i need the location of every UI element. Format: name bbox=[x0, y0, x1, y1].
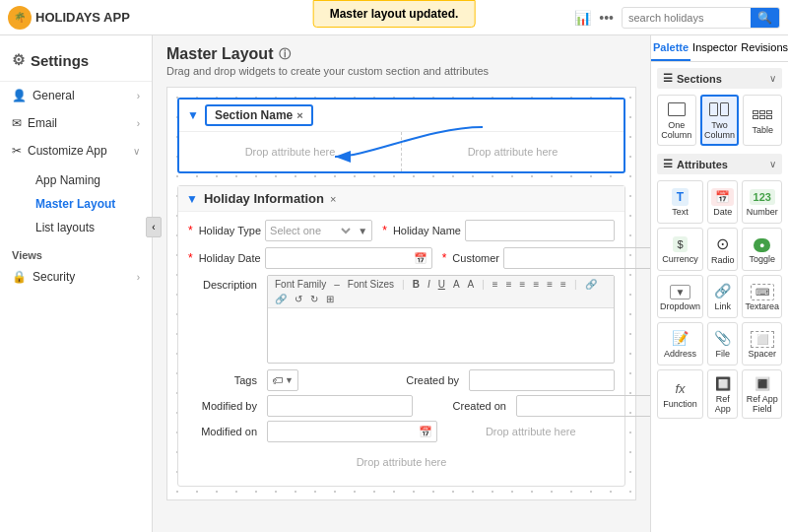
palette-table[interactable]: Table bbox=[743, 95, 782, 146]
align-left-icon[interactable]: ≡ bbox=[490, 278, 501, 291]
one-column-icon bbox=[665, 100, 689, 118]
palette-file[interactable]: 📎 File bbox=[707, 322, 738, 366]
drop-attr-bottom-right[interactable]: Drop attribute here bbox=[447, 426, 616, 437]
customize-icon: ✂ bbox=[12, 144, 22, 158]
section-col-right[interactable]: Drop attribute here bbox=[402, 132, 624, 171]
select-arrow-icon: ▼ bbox=[354, 226, 371, 236]
created-by-input[interactable] bbox=[469, 369, 615, 391]
font-size-selector[interactable]: Font Sizes bbox=[345, 278, 397, 291]
palette-spacer[interactable]: ⬜ Spacer bbox=[742, 322, 782, 366]
palette-two-column[interactable]: Two Column bbox=[700, 95, 740, 146]
section-name-text: Section Name bbox=[215, 108, 293, 122]
underline-btn[interactable]: U bbox=[435, 278, 448, 291]
palette-refapp-field[interactable]: 🔳 Ref App Field bbox=[742, 369, 782, 419]
section-toggle[interactable]: ▼ bbox=[187, 108, 199, 122]
palette-radio[interactable]: ⊙ Radio bbox=[707, 228, 738, 271]
bg-color-btn[interactable]: A bbox=[465, 278, 478, 291]
table-insert-btn[interactable]: ⊞ bbox=[323, 293, 337, 305]
sidebar-item-security[interactable]: 🔒 Security › bbox=[0, 263, 152, 291]
dropdown-icon: ▼ bbox=[670, 282, 691, 299]
sidebar-master-layout[interactable]: Master Layout bbox=[24, 192, 152, 216]
sections-palette-items: One Column Two Column bbox=[657, 95, 782, 146]
sidebar-item-general[interactable]: 👤 General › bbox=[0, 82, 152, 109]
bold-btn[interactable]: B bbox=[410, 278, 423, 291]
holiday-type-select[interactable]: Select one bbox=[266, 224, 354, 237]
justify-icon[interactable]: ≡ bbox=[530, 278, 542, 291]
palette-link[interactable]: 🔗 Link bbox=[707, 275, 738, 318]
palette-address[interactable]: 📝 Address bbox=[657, 322, 703, 366]
customer-field: * Customer 🔍 + bbox=[442, 247, 650, 269]
palette-currency[interactable]: $ Currency bbox=[657, 228, 703, 271]
palette-text[interactable]: T Text bbox=[657, 180, 703, 224]
sidebar-list-layouts-label: List layouts bbox=[35, 221, 95, 234]
list-ul-icon[interactable]: ≡ bbox=[544, 278, 556, 291]
unlink-btn[interactable]: 🔗 bbox=[272, 293, 290, 305]
sidebar-list-layouts[interactable]: List layouts bbox=[24, 216, 152, 239]
modified-on-calendar-icon[interactable]: 📅 bbox=[415, 426, 436, 438]
palette-one-column[interactable]: One Column bbox=[657, 95, 696, 146]
description-body[interactable] bbox=[268, 308, 614, 363]
form-row-1: * Holiday Type Select one ▼ * Holi bbox=[188, 220, 615, 241]
drop-attr-left: Drop attribute here bbox=[245, 146, 336, 158]
ellipsis-icon[interactable]: ••• bbox=[599, 10, 614, 26]
modified-by-input[interactable] bbox=[267, 395, 413, 417]
sidebar-collapse-btn[interactable]: ‹ bbox=[146, 217, 162, 237]
description-label: Description bbox=[188, 275, 257, 291]
section-name-close[interactable]: × bbox=[296, 109, 302, 121]
modified-on-input[interactable] bbox=[268, 426, 415, 437]
drop-attr-right: Drop attribute here bbox=[468, 146, 558, 158]
holiday-section-header: ▼ Holiday Information × bbox=[178, 186, 624, 212]
redo-btn[interactable]: ↻ bbox=[307, 293, 321, 305]
created-on-input[interactable] bbox=[517, 400, 650, 412]
italic-btn[interactable]: I bbox=[425, 278, 433, 291]
drop-attr-bottom-row: Drop attribute here bbox=[188, 446, 615, 478]
holiday-date-input[interactable] bbox=[266, 252, 410, 264]
palette-number[interactable]: 123 Number bbox=[742, 180, 782, 224]
sidebar-app-naming[interactable]: App Naming bbox=[24, 168, 152, 192]
palette-refapp[interactable]: 🔲 Ref App bbox=[707, 369, 738, 419]
sidebar-customize-label: Customize App bbox=[28, 144, 107, 158]
holiday-type-select-wrap[interactable]: Select one ▼ bbox=[265, 220, 372, 241]
section-col-left[interactable]: Drop attribute here bbox=[179, 132, 402, 171]
date-icon: 📅 bbox=[711, 187, 734, 205]
font-color-btn[interactable]: A bbox=[450, 278, 463, 291]
palette-function[interactable]: fx Function bbox=[657, 369, 703, 419]
holiday-section-close[interactable]: × bbox=[330, 193, 336, 205]
sidebar-item-email[interactable]: ✉ Email › bbox=[0, 109, 152, 137]
sidebar-item-customize-app[interactable]: ✂ Customize App ∨ bbox=[0, 137, 152, 165]
tab-inspector[interactable]: Inspector bbox=[690, 35, 739, 61]
search-input[interactable] bbox=[623, 9, 751, 27]
sections-header[interactable]: ☰ Sections ∨ bbox=[657, 68, 782, 89]
palette-dropdown[interactable]: ▼ Dropdown bbox=[657, 275, 703, 318]
calendar-icon[interactable]: 📅 bbox=[410, 252, 431, 265]
align-right-icon[interactable]: ≡ bbox=[517, 278, 529, 291]
customer-input[interactable] bbox=[504, 252, 648, 264]
drop-attr-bottom[interactable]: Drop attribute here bbox=[198, 450, 605, 474]
undo-btn[interactable]: ↺ bbox=[292, 293, 305, 305]
modified-on-label: Modified on bbox=[188, 426, 257, 437]
palette-toggle[interactable]: ● Toggle bbox=[742, 228, 782, 271]
tab-palette[interactable]: Palette bbox=[651, 35, 690, 61]
email-icon: ✉ bbox=[12, 116, 22, 130]
holiday-name-input[interactable] bbox=[465, 220, 615, 241]
holiday-name-field: * Holiday Name bbox=[382, 220, 615, 241]
tab-revisions[interactable]: Revisions bbox=[739, 35, 788, 61]
holiday-toggle[interactable]: ▼ bbox=[186, 192, 198, 206]
align-center-icon[interactable]: ≡ bbox=[503, 278, 515, 291]
bar-chart-icon[interactable]: 📊 bbox=[574, 10, 591, 26]
list-ol-icon[interactable]: ≡ bbox=[558, 278, 569, 291]
tags-input[interactable]: 🏷 ▼ bbox=[267, 369, 298, 391]
link-btn[interactable]: 🔗 bbox=[582, 278, 600, 291]
chevron-right-icon: › bbox=[137, 91, 140, 101]
info-icon[interactable]: ⓘ bbox=[279, 46, 291, 63]
toolbar-sep-1: – bbox=[331, 278, 343, 291]
font-family-selector[interactable]: Font Family bbox=[272, 278, 329, 291]
customer-search-icon[interactable]: 🔍 bbox=[648, 252, 650, 265]
attributes-header[interactable]: ☰ Attributes ∨ bbox=[657, 154, 782, 174]
palette-textarea[interactable]: ⌨ Textarea bbox=[742, 275, 782, 318]
palette-date[interactable]: 📅 Date bbox=[707, 180, 738, 224]
logo-icon: 🌴 bbox=[8, 6, 32, 30]
search-button[interactable]: 🔍 bbox=[751, 8, 779, 28]
attributes-palette-items: T Text 📅 Date 123 Number bbox=[657, 180, 782, 419]
created-by-label: Created by bbox=[380, 374, 459, 386]
